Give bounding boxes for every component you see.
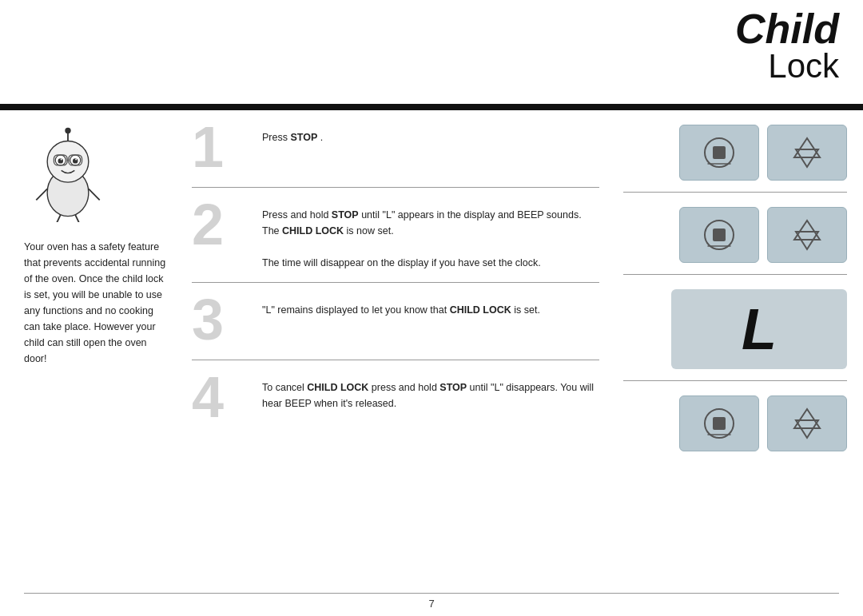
stop-icon-4: [702, 406, 737, 441]
step-1-buttons: [623, 110, 847, 193]
step-1-text: Press STOP .: [262, 125, 599, 145]
svg-rect-28: [713, 417, 726, 430]
title-child: Child: [703, 8, 839, 50]
step-4-row: 4 To cancel CHILD LOCK press and hold ST…: [192, 360, 599, 437]
step-3-row: 3 "L" remains displayed to let you know …: [192, 283, 599, 360]
svg-line-15: [55, 215, 60, 222]
svg-marker-29: [794, 409, 820, 428]
svg-line-16: [75, 215, 80, 222]
lock-icon-4: [789, 406, 825, 441]
svg-point-7: [73, 158, 78, 163]
page-number: 7: [428, 598, 434, 610]
description-text: Your oven has a safety feature that prev…: [24, 239, 172, 367]
stop-icon-2: [702, 217, 737, 252]
svg-marker-25: [794, 221, 820, 240]
stop-icon-1: [702, 135, 737, 170]
step-3-text: "L" remains displayed to let you know th…: [262, 297, 599, 318]
svg-line-14: [89, 189, 100, 200]
lock-button-2: [767, 207, 847, 263]
svg-line-13: [36, 189, 47, 200]
page-header: Child Lock: [703, 0, 863, 83]
step-4-buttons: [623, 381, 847, 463]
stop-button-4: [679, 395, 759, 451]
lock-button-1: [767, 125, 847, 181]
stop-button-1: [679, 125, 759, 181]
lock-icon-1: [789, 135, 825, 170]
step-1-row: 1 Press STOP .: [192, 110, 599, 188]
svg-point-8: [61, 159, 62, 161]
bottom-divider: [24, 593, 839, 594]
step-2-text: Press and hold STOP until "L" appears in…: [262, 202, 599, 271]
mascot-illustration: [24, 126, 112, 222]
svg-point-9: [75, 159, 77, 161]
header-divider: [0, 104, 863, 110]
svg-point-6: [58, 158, 63, 163]
svg-rect-24: [713, 229, 726, 241]
step-3-number: 3: [192, 291, 256, 348]
lock-icon-2: [789, 217, 825, 252]
right-column: L: [607, 110, 863, 592]
step-2-buttons: [623, 193, 847, 275]
step-2-row: 2 Press and hold STOP until "L" appears …: [192, 188, 599, 283]
step-1-number: 1: [192, 118, 256, 176]
step-4-number: 4: [192, 368, 256, 426]
step-3-display: L: [623, 275, 847, 381]
step-2-number: 2: [192, 196, 256, 253]
step-4-text: To cancel CHILD LOCK press and hold STOP…: [262, 375, 599, 411]
l-display-panel: L: [671, 289, 847, 369]
title-lock: Lock: [703, 50, 839, 83]
left-column: Your oven has a safety feature that prev…: [0, 110, 184, 592]
stop-button-2: [679, 207, 759, 263]
steps-column: 1 Press STOP . 2 Press and hold STOP unt…: [184, 110, 607, 592]
svg-point-3: [65, 128, 70, 133]
svg-marker-21: [794, 138, 820, 157]
svg-rect-20: [713, 146, 726, 159]
lock-button-4: [767, 395, 847, 451]
main-content: Your oven has a safety feature that prev…: [0, 110, 863, 592]
